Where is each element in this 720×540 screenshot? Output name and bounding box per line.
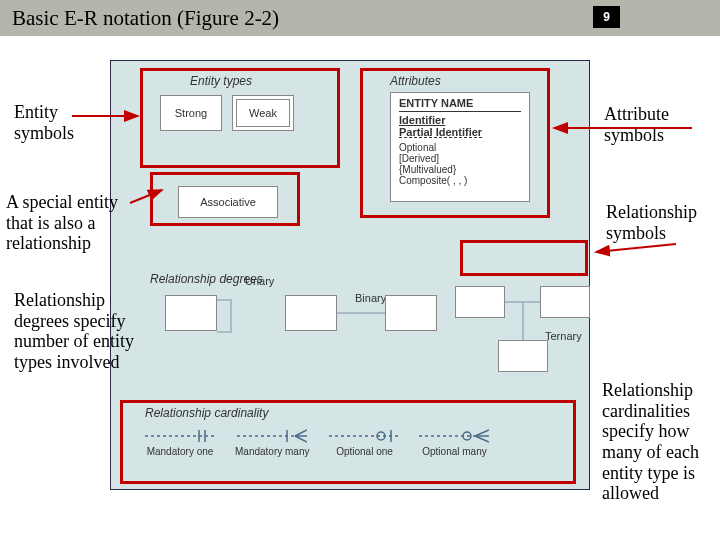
slide-title: Basic E-R notation (Figure 2-2) bbox=[12, 6, 279, 31]
svg-line-15 bbox=[475, 436, 489, 442]
svg-line-13 bbox=[475, 430, 489, 436]
svg-line-20 bbox=[596, 244, 676, 252]
binary-entity-1 bbox=[285, 295, 337, 331]
slide-header: Basic E-R notation (Figure 2-2) 9 bbox=[0, 0, 720, 36]
attr-partial-identifier: Partial Identifier bbox=[399, 126, 521, 138]
weak-entity-box: Weak bbox=[232, 95, 294, 131]
svg-line-5 bbox=[295, 430, 307, 436]
card-optional-one-label: Optional one bbox=[336, 446, 393, 457]
label-special-entity: A special entity that is also a relation… bbox=[6, 192, 136, 254]
label-relationship-cardinalities: Relationship cardinalities specify how m… bbox=[602, 380, 714, 504]
optional-one-icon bbox=[329, 428, 399, 444]
associative-entity-box: Associative bbox=[178, 186, 278, 218]
label-unary: Unary bbox=[245, 275, 274, 287]
label-ternary: Ternary bbox=[545, 330, 582, 342]
cardinality-row: Mandatory one Mandatory many Optional on… bbox=[145, 428, 489, 457]
section-entity-types: Entity types bbox=[190, 74, 252, 88]
card-mandatory-one: Mandatory one bbox=[145, 428, 215, 457]
section-relationship-cardinality: Relationship cardinality bbox=[145, 406, 268, 420]
svg-line-7 bbox=[295, 436, 307, 442]
optional-many-icon bbox=[419, 428, 489, 444]
binary-entity-2 bbox=[385, 295, 437, 331]
label-relationship-symbols: Relationship symbols bbox=[606, 202, 716, 243]
strong-entity-box: Strong bbox=[160, 95, 222, 131]
unary-entity bbox=[165, 295, 217, 331]
ternary-entity-1 bbox=[455, 286, 505, 318]
ternary-entity-2 bbox=[540, 286, 590, 318]
label-entity-symbols: Entity symbols bbox=[14, 102, 104, 143]
mandatory-many-icon bbox=[237, 428, 307, 444]
mandatory-one-icon bbox=[145, 428, 215, 444]
label-relationship-degrees: Relationship degrees specify number of e… bbox=[14, 290, 134, 373]
attr-composite: Composite( , , ) bbox=[399, 175, 521, 186]
attr-derived: [Derived] bbox=[399, 153, 521, 164]
card-optional-many: Optional many bbox=[419, 428, 489, 457]
card-mandatory-many: Mandatory many bbox=[235, 428, 309, 457]
attribute-list-box: ENTITY NAME Identifier Partial Identifie… bbox=[390, 92, 530, 202]
attr-entity-name: ENTITY NAME bbox=[399, 97, 521, 112]
label-attribute-symbols: Attribute symbols bbox=[604, 104, 704, 145]
associative-label: Associative bbox=[200, 196, 256, 208]
page-number: 9 bbox=[593, 6, 620, 28]
relationship-symbols-box bbox=[460, 240, 588, 276]
ternary-entity-3 bbox=[498, 340, 548, 372]
label-binary: Binary bbox=[355, 292, 386, 304]
attr-optional: Optional bbox=[399, 142, 521, 153]
attr-identifier: Identifier bbox=[399, 114, 521, 126]
attr-multivalued: {Multivalued} bbox=[399, 164, 521, 175]
card-mandatory-many-label: Mandatory many bbox=[235, 446, 309, 457]
section-attributes: Attributes bbox=[390, 74, 441, 88]
card-mandatory-one-label: Mandatory one bbox=[147, 446, 214, 457]
card-optional-many-label: Optional many bbox=[422, 446, 486, 457]
card-optional-one: Optional one bbox=[329, 428, 399, 457]
